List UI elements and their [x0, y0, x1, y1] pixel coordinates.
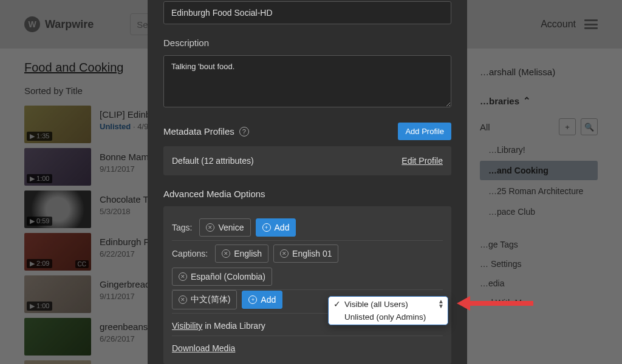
title-input[interactable] [163, 1, 451, 24]
visibility-label: Visibility in Media Library [172, 321, 265, 331]
plus-icon: + [262, 223, 271, 232]
advanced-options-label: Advanced Media Options [163, 189, 451, 199]
caption-text: English [234, 249, 262, 258]
add-label: Add [261, 295, 276, 305]
remove-icon[interactable]: ✕ [206, 223, 214, 232]
profile-name: Default (12 attributes) [172, 156, 254, 166]
captions-label: Captions: [172, 249, 208, 258]
help-icon[interactable]: ? [239, 127, 249, 136]
add-profile-button[interactable]: Add Profile [398, 123, 451, 140]
visibility-option-unlisted[interactable]: Unlisted (only Admins) [329, 311, 448, 323]
visibility-option-visible[interactable]: Visible (all Users) [329, 298, 448, 311]
edit-profile-link[interactable]: Edit Profile [402, 156, 443, 166]
tags-label: Tags: [172, 223, 192, 232]
profile-row: Default (12 attributes) Edit Profile [163, 146, 451, 175]
metadata-label-text: Metadata Profiles [163, 126, 234, 136]
caption-chip[interactable]: ✕中文(简体) [172, 290, 237, 309]
visibility-rest: in Media Library [202, 321, 265, 331]
description-label: Description [163, 38, 451, 48]
remove-icon[interactable]: ✕ [179, 272, 187, 281]
remove-icon[interactable]: ✕ [280, 249, 289, 258]
caption-chip[interactable]: ✕English [215, 244, 268, 263]
plus-icon: + [248, 295, 257, 304]
add-caption-button[interactable]: +Add [242, 291, 282, 309]
remove-icon[interactable]: ✕ [222, 249, 230, 258]
add-label: Add [275, 223, 290, 232]
advanced-options-panel: Tags: ✕Venice +Add Captions: ✕English ✕E… [163, 206, 451, 364]
description-textarea[interactable] [163, 55, 451, 107]
visibility-select[interactable]: ▲▼ Visible (all Users) Unlisted (only Ad… [328, 296, 448, 325]
tag-chip[interactable]: ✕Venice [199, 218, 250, 237]
tag-text: Venice [218, 223, 244, 232]
caption-chip[interactable]: ✕Español (Colombia) [172, 268, 272, 286]
metadata-profiles-label: Metadata Profiles ? [163, 126, 249, 136]
caption-text: 中文(简体) [191, 294, 230, 305]
visibility-word: Visibility [172, 321, 202, 331]
download-media-link[interactable]: Download Media [172, 343, 235, 353]
add-tag-button[interactable]: +Add [256, 218, 296, 237]
caption-text: English 01 [292, 249, 332, 258]
remove-icon[interactable]: ✕ [179, 295, 187, 304]
caption-chip[interactable]: ✕English 01 [273, 244, 338, 263]
caption-text: Español (Colombia) [191, 272, 265, 281]
